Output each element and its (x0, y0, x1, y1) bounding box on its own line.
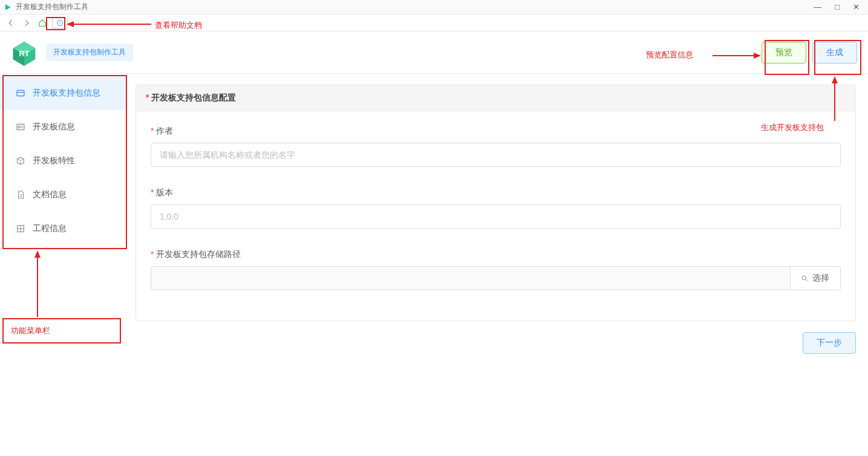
preview-button[interactable]: 预览 (762, 42, 806, 64)
config-panel: *开发板支持包信息配置 *作者 *版本 *开发板支持包存储路径 (135, 85, 856, 321)
card-icon (16, 88, 25, 98)
path-input[interactable] (151, 266, 791, 290)
svg-text:?: ? (59, 21, 61, 25)
main: *开发板支持包信息配置 *作者 *版本 *开发板支持包存储路径 (127, 74, 868, 456)
path-label: 开发板支持包存储路径 (156, 249, 241, 259)
sidebar-item-doc-info[interactable]: 文档信息 (0, 178, 127, 212)
version-input[interactable] (151, 204, 841, 229)
toolbar: ? (0, 15, 868, 31)
sidebar-item-board-feature[interactable]: 开发板特性 (0, 144, 127, 178)
next-button[interactable]: 下一步 (803, 332, 856, 354)
window-title: 开发板支持包制作工具 (16, 2, 88, 12)
window-controls: — □ ✕ (814, 2, 864, 11)
grid-icon (16, 224, 25, 233)
sidebar-item-project-info[interactable]: 工程信息 (0, 212, 127, 246)
sidebar-item-label: 开发板特性 (33, 155, 75, 166)
sidebar: 开发板支持包信息 开发板信息 开发板特性 文档信息 工程信息 (0, 74, 127, 456)
back-button[interactable] (5, 17, 17, 29)
svg-rect-7 (17, 90, 24, 96)
app-logo: RT (11, 39, 38, 66)
sidebar-item-label: 工程信息 (33, 223, 67, 234)
document-icon (16, 190, 25, 200)
svg-marker-0 (5, 4, 11, 10)
maximize-button[interactable]: □ (835, 2, 840, 11)
sidebar-item-label: 文档信息 (33, 189, 67, 200)
svg-text:RT: RT (19, 48, 29, 57)
title-bar: 开发板支持包制作工具 — □ ✕ (0, 0, 868, 15)
cube-icon (16, 156, 25, 166)
field-author: *作者 (151, 126, 841, 167)
help-button[interactable]: ? (52, 18, 68, 28)
sidebar-item-package-info[interactable]: 开发板支持包信息 (0, 76, 127, 110)
svg-line-19 (806, 279, 808, 281)
svg-point-18 (802, 276, 806, 280)
author-label: 作者 (156, 126, 173, 135)
app-body: 开发板支持包信息 开发板信息 开发板特性 文档信息 工程信息 *开发板支持包信息… (0, 74, 868, 456)
app-icon (4, 3, 12, 11)
field-version: *版本 (151, 187, 841, 229)
forward-button[interactable] (21, 17, 33, 29)
header-buttons: 预览 生成 (762, 42, 857, 64)
app-title-badge: 开发板支持包制作工具 (46, 44, 133, 61)
search-icon (801, 275, 809, 282)
id-icon (16, 122, 25, 132)
panel-title: *开发板支持包信息配置 (136, 85, 855, 111)
version-label: 版本 (156, 187, 173, 197)
sidebar-item-label: 开发板信息 (33, 122, 75, 132)
app-header: RT 开发板支持包制作工具 预览 生成 (0, 31, 868, 74)
svg-point-10 (18, 126, 20, 128)
choose-path-button[interactable]: 选择 (791, 266, 841, 290)
sidebar-item-board-info[interactable]: 开发板信息 (0, 110, 127, 144)
field-path: *开发板支持包存储路径 选择 (151, 249, 841, 290)
generate-button[interactable]: 生成 (812, 42, 857, 64)
close-button[interactable]: ✕ (853, 2, 860, 11)
home-button[interactable] (36, 17, 48, 29)
author-input[interactable] (151, 143, 841, 167)
minimize-button[interactable]: — (814, 2, 821, 11)
sidebar-item-label: 开发板支持包信息 (33, 88, 100, 99)
